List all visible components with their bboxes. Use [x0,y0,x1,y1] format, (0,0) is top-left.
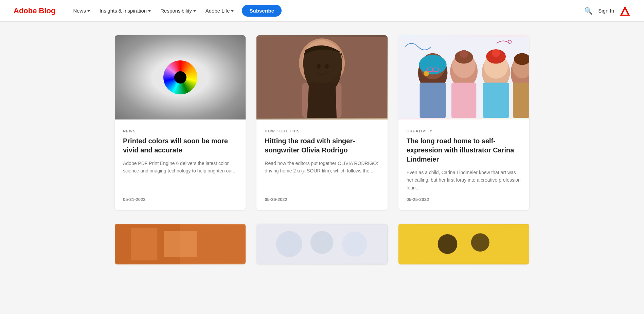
partial-image [256,224,387,264]
svg-rect-35 [164,231,196,257]
chevron-down-icon [148,10,151,12]
article-card: HOW I CUT THIS Hitting the road with sin… [256,35,387,210]
card-title[interactable]: The long road home to self-expression wi… [407,136,521,164]
nav-item-adobe-life[interactable]: Adobe Life [201,5,238,16]
card-excerpt: Even as a child, Carina Lindmeier knew t… [407,169,521,191]
svg-point-42 [471,233,489,252]
eye-pupil [174,71,186,84]
main-content: NEWS Printed colors will soon be more vi… [101,35,543,264]
adobe-logo-icon [620,5,630,16]
svg-rect-30 [513,82,529,118]
portrait-illustration [256,35,387,119]
svg-point-38 [310,231,333,254]
card-category: HOW I CUT THIS [265,129,379,133]
article-card-grid: NEWS Printed colors will soon be more vi… [115,35,529,210]
partial-image [115,224,246,264]
card-image [115,35,246,119]
card-category: CREATIVITY [407,129,521,133]
card-image [398,35,529,119]
card-category: NEWS [123,129,237,133]
subscribe-button[interactable]: Subscribe [242,5,282,17]
site-logo[interactable]: Adobe Blog [14,6,55,15]
article-card: NEWS Printed colors will soon be more vi… [115,35,246,210]
card-date: 05-31-2022 [123,197,237,202]
nav-item-responsibility[interactable]: Responsibility [156,5,200,16]
nav-item-news[interactable]: News [69,5,94,16]
main-nav: News Insights & Inspiration Responsibili… [69,5,584,17]
card-date: 05-25-2022 [407,197,521,202]
card-excerpt: Adobe PDF Print Engine 6 delivers the la… [123,160,237,191]
article-card-partial[interactable] [398,224,529,264]
article-card: CREATIVITY The long road home to self-ex… [398,35,529,210]
svg-point-27 [492,49,500,57]
svg-rect-12 [419,82,446,118]
diversity-illustration [398,35,529,119]
card-title[interactable]: Hitting the road with singer-songwriter … [265,136,379,155]
partial-image [398,224,529,264]
svg-rect-40 [398,224,529,264]
svg-rect-20 [451,82,476,118]
svg-point-22 [460,50,468,58]
card-body: HOW I CUT THIS Hitting the road with sin… [256,119,387,210]
card-body: NEWS Printed colors will soon be more vi… [115,119,246,210]
svg-point-39 [342,232,367,257]
svg-rect-25 [483,82,509,118]
chevron-down-icon [87,10,90,12]
sign-in-link[interactable]: Sign In [598,8,614,14]
header-right: 🔍 Sign In [584,5,630,16]
svg-point-13 [419,55,446,75]
svg-rect-34 [131,228,157,260]
card-image [256,35,387,119]
bottom-card-grid [115,224,529,264]
card-excerpt: Read how the editors put together OLIVIA… [265,160,379,191]
site-header: Adobe Blog News Insights & Inspiration R… [0,0,644,22]
card-date: 05-26-2022 [265,197,379,202]
svg-point-37 [276,231,302,257]
chevron-down-icon [193,10,196,12]
chevron-down-icon [231,10,234,12]
nav-item-insights[interactable]: Insights & Inspiration [95,5,155,16]
svg-point-41 [437,234,457,254]
card-body: CREATIVITY The long road home to self-ex… [398,119,529,210]
article-card-partial[interactable] [115,224,246,264]
card-title[interactable]: Printed colors will soon be more vivid a… [123,136,237,155]
search-icon[interactable]: 🔍 [584,7,593,15]
article-card-partial[interactable] [256,224,387,264]
